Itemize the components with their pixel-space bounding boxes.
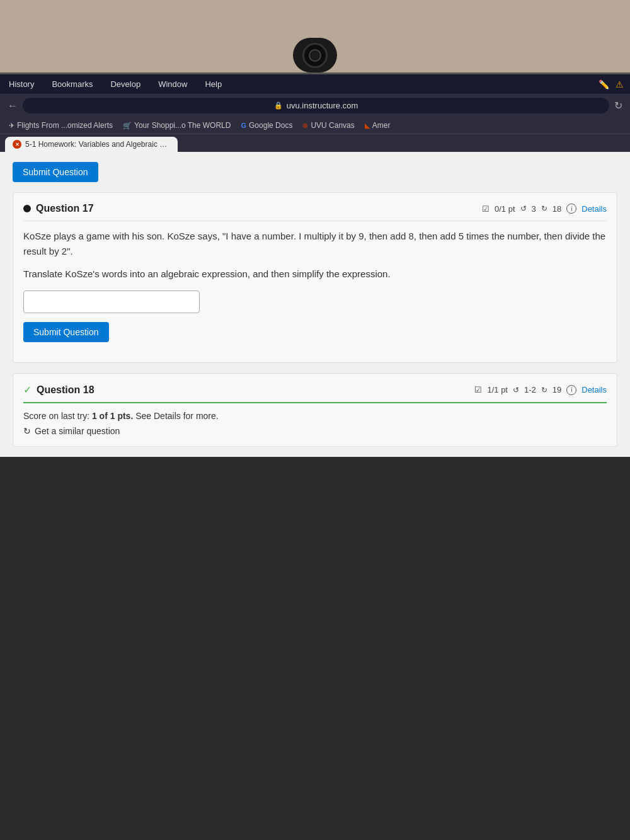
question-18-info-icon[interactable]: i bbox=[566, 385, 576, 395]
question-18-refresh-icon: ↻ bbox=[541, 386, 547, 394]
reload-button[interactable]: ↻ bbox=[614, 100, 622, 112]
similar-question-label: Get a similar question bbox=[35, 426, 120, 436]
question-17-meta: ☑ 0/1 pt ↺ 3 ↻ 18 i Details bbox=[482, 204, 607, 214]
bookmark-google-docs-label: Google Docs bbox=[249, 121, 292, 130]
back-button[interactable]: ← bbox=[8, 100, 18, 112]
lock-icon: 🔒 bbox=[274, 101, 283, 110]
menu-develop[interactable]: Develop bbox=[108, 78, 143, 90]
question-18-check-icon: ✓ bbox=[23, 384, 32, 396]
url-bar[interactable]: 🔒 uvu.instructure.com bbox=[23, 98, 609, 113]
webcam-inner bbox=[309, 49, 321, 62]
question-18-undo-icon: ↺ bbox=[513, 386, 519, 394]
question-17-score-icon: ☑ bbox=[482, 204, 490, 214]
submit-question-button-2[interactable]: Submit Question bbox=[23, 322, 109, 342]
bookmark-flights[interactable]: ✈ Flights From ...omized Alerts bbox=[5, 120, 117, 131]
menu-history[interactable]: History bbox=[6, 78, 37, 90]
bookmark-amer[interactable]: ◣ Amer bbox=[361, 120, 394, 131]
question-18-title-area: ✓ Question 18 bbox=[23, 384, 94, 396]
tab-label: 5-1 Homework: Variables and Algebraic Ex… bbox=[25, 140, 170, 149]
question-18-meta: ☑ 1/1 pt ↺ 1-2 ↻ 19 i Details bbox=[474, 385, 607, 395]
question-17-title: Question 17 bbox=[36, 203, 94, 214]
question-18-score-suffix: See Details for more. bbox=[133, 411, 218, 421]
question-17-para1: KoSze plays a game with his son. KoSze s… bbox=[23, 229, 607, 259]
question-17-body: KoSze plays a game with his son. KoSze s… bbox=[23, 229, 607, 282]
share-icon[interactable]: ✏️ bbox=[598, 79, 609, 89]
question-17-title-area: Question 17 bbox=[23, 203, 94, 214]
menu-bookmarks[interactable]: Bookmarks bbox=[49, 78, 95, 90]
alert-icon[interactable]: ⚠ bbox=[616, 79, 624, 89]
tab-favicon: ✕ bbox=[13, 140, 21, 149]
menu-window[interactable]: Window bbox=[156, 78, 190, 90]
webcam bbox=[293, 38, 337, 72]
question-18-tries: 1-2 bbox=[524, 385, 536, 394]
question-17-info-icon[interactable]: i bbox=[566, 204, 576, 214]
menu-bar-right: ✏️ ⚠ bbox=[598, 79, 624, 89]
question-18-score: 1/1 pt bbox=[487, 385, 508, 394]
question-17-block: Question 17 ☑ 0/1 pt ↺ 3 ↻ 18 i Details … bbox=[13, 192, 617, 363]
bookmark-amer-label: Amer bbox=[372, 121, 391, 130]
flights-icon: ✈ bbox=[9, 122, 14, 130]
bookmark-shoppi[interactable]: 🛒 Your Shoppi...o The WORLD bbox=[119, 120, 234, 131]
bookmark-flights-label: Flights From ...omized Alerts bbox=[17, 121, 113, 130]
question-17-undo-icon: ↺ bbox=[520, 204, 527, 213]
submit-question-button-1[interactable]: Submit Question bbox=[13, 162, 98, 182]
similar-question-link[interactable]: ↻ Get a similar question bbox=[23, 426, 607, 436]
question-17-answer-input[interactable] bbox=[23, 291, 200, 313]
tab-bar: ✕ 5-1 Homework: Variables and Algebraic … bbox=[0, 134, 630, 152]
bookmark-google-docs[interactable]: G Google Docs bbox=[237, 120, 296, 131]
similar-refresh-icon: ↻ bbox=[23, 426, 31, 436]
amer-icon: ◣ bbox=[365, 122, 370, 130]
question-17-score: 0/1 pt bbox=[495, 204, 515, 214]
question-17-details-link[interactable]: Details bbox=[581, 204, 607, 214]
bookmark-uvu-canvas[interactable]: ⊗ UVU Canvas bbox=[299, 120, 358, 131]
question-18-score-label: Score on last try: bbox=[23, 411, 92, 421]
shoppi-icon: 🛒 bbox=[123, 122, 132, 130]
menu-bar: History Bookmarks Develop Window Help ✏️… bbox=[0, 74, 630, 94]
question-18-score-info: Score on last try: 1 of 1 pts. See Detai… bbox=[23, 411, 607, 421]
browser-chrome: History Bookmarks Develop Window Help ✏️… bbox=[0, 74, 630, 152]
bookmark-shoppi-label: Your Shoppi...o The WORLD bbox=[134, 121, 231, 130]
question-18-block: ✓ Question 18 ☑ 1/1 pt ↺ 1-2 ↻ 19 i Deta… bbox=[13, 373, 617, 447]
page-content: Submit Question Question 17 ☑ 0/1 pt ↺ 3… bbox=[0, 152, 630, 457]
question-18-score-bold: 1 of 1 pts. bbox=[92, 411, 133, 421]
google-docs-icon: G bbox=[241, 122, 246, 129]
webcam-lens bbox=[302, 43, 328, 68]
question-17-para2: Translate KoSze's words into an algebrai… bbox=[23, 267, 607, 282]
question-18-details-link[interactable]: Details bbox=[581, 385, 607, 394]
question-17-submissions: 18 bbox=[553, 204, 561, 214]
menu-help[interactable]: Help bbox=[202, 78, 224, 90]
question-18-submissions: 19 bbox=[553, 385, 561, 394]
question-18-score-icon: ☑ bbox=[474, 385, 482, 394]
screen-frame: History Bookmarks Develop Window Help ✏️… bbox=[0, 72, 630, 840]
question-17-refresh-icon: ↻ bbox=[541, 204, 547, 213]
active-tab[interactable]: ✕ 5-1 Homework: Variables and Algebraic … bbox=[5, 137, 178, 152]
question-18-title: Question 18 bbox=[37, 384, 94, 396]
question-17-dot bbox=[23, 205, 31, 212]
question-17-tries: 3 bbox=[532, 204, 536, 214]
address-bar: ← 🔒 uvu.instructure.com ↻ bbox=[0, 94, 630, 117]
bookmarks-bar: ✈ Flights From ...omized Alerts 🛒 Your S… bbox=[0, 117, 630, 134]
question-18-header: ✓ Question 18 ☑ 1/1 pt ↺ 1-2 ↻ 19 i Deta… bbox=[23, 384, 607, 403]
uvu-canvas-icon: ⊗ bbox=[302, 122, 308, 130]
question-17-header: Question 17 ☑ 0/1 pt ↺ 3 ↻ 18 i Details bbox=[23, 203, 607, 221]
url-text: uvu.instructure.com bbox=[287, 101, 358, 110]
bookmark-uvu-canvas-label: UVU Canvas bbox=[311, 121, 354, 130]
